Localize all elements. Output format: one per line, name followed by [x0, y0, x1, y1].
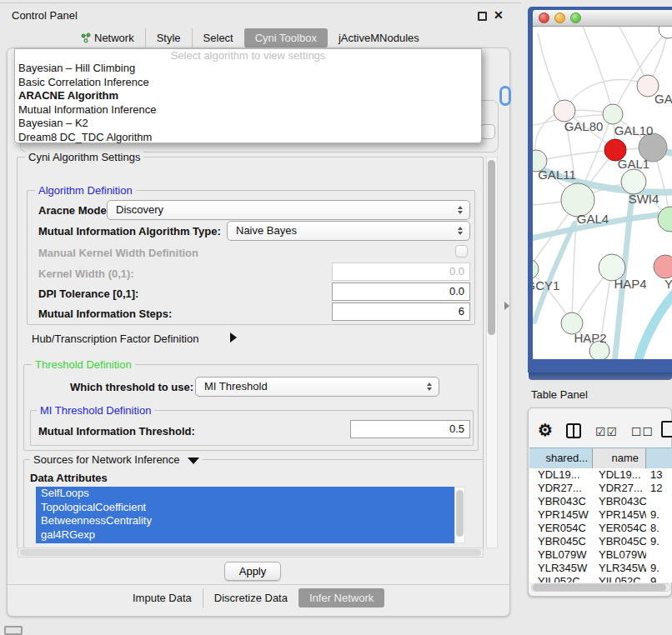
column-header-name[interactable]: name: [593, 448, 646, 468]
close-panel-icon[interactable]: ✕: [494, 8, 504, 22]
table-row[interactable]: YBL079WYBL079W: [529, 548, 672, 562]
table-cell: YDL19...: [529, 468, 593, 482]
tab-label: Style: [157, 28, 181, 48]
algorithm-option-aracne-algorithm[interactable]: ARACNE Algorithm: [15, 89, 481, 103]
mi-steps-field[interactable]: 6: [332, 302, 470, 321]
deselect-all-checks-icon[interactable]: ☐☐: [631, 425, 654, 438]
tab-network[interactable]: Network: [70, 28, 145, 48]
network-node-label: GAL: [654, 92, 672, 106]
splitter-grip-icon[interactable]: [504, 302, 509, 310]
tab-label: Cyni Toolbox: [255, 28, 317, 48]
table-hscrollbar-thumb[interactable]: [533, 584, 666, 591]
tab-jactivemnodules[interactable]: jActiveMNodules: [328, 28, 430, 48]
tab-infer-network[interactable]: Infer Network: [298, 588, 384, 608]
table-cell: 12: [646, 482, 672, 495]
table-cell: 13: [646, 468, 672, 482]
network-node[interactable]: [533, 259, 539, 279]
table-cell: YLR345W: [529, 562, 593, 575]
tab-label: Discretize Data: [214, 588, 288, 608]
tab-cyni-toolbox[interactable]: Cyni Toolbox: [244, 28, 328, 48]
mi-threshold-field[interactable]: 0.5: [350, 420, 470, 438]
algorithm-option-basic-correlation-inference[interactable]: Basic Correlation Inference: [15, 76, 481, 90]
network-tab-icon: [81, 32, 94, 43]
which-threshold-combo[interactable]: MI Threshold: [195, 377, 439, 397]
attribute-item-selfloops[interactable]: SelfLoops: [36, 487, 454, 501]
algorithm-option-mutual-information-inference[interactable]: Mutual Information Inference: [15, 103, 481, 118]
table-cell: [646, 495, 672, 508]
table-row[interactable]: YBR043CYBR043C: [529, 495, 672, 508]
float-panel-icon[interactable]: [478, 12, 487, 21]
table-cell: YLR345W: [593, 562, 646, 575]
column-header-shared-name[interactable]: shared...: [529, 448, 593, 468]
table-cell: YBL079W: [529, 548, 593, 562]
algorithm-option-bayesian-hill-climbing[interactable]: Bayesian – Hill Climbing: [15, 62, 481, 76]
select-all-checks-icon[interactable]: ☑☑: [595, 425, 618, 438]
network-node[interactable]: [658, 207, 672, 232]
expand-arrow-icon[interactable]: [230, 332, 237, 342]
table-row[interactable]: YER054CYER054C8.: [529, 522, 672, 535]
aracne-mode-value: Discovery: [116, 203, 163, 216]
network-node[interactable]: [603, 104, 623, 124]
new-table-icon[interactable]: [661, 421, 672, 438]
network-node-label: HAP2: [574, 331, 606, 345]
bottom-divider: [8, 584, 509, 585]
settings-scrollbar-thumb[interactable]: [488, 160, 495, 335]
settings-hscrollbar-thumb[interactable]: [20, 549, 481, 556]
attribute-item-topologicalcoefficient[interactable]: TopologicalCoefficient: [36, 501, 454, 515]
tab-impute-data[interactable]: Impute Data: [122, 588, 203, 608]
tab-label: Impute Data: [133, 588, 192, 608]
tab-select[interactable]: Select: [192, 28, 244, 48]
algorithm-dropdown-placeholder: Select algorithm to view settings: [15, 49, 481, 62]
table-cell: YDL19...: [593, 468, 646, 482]
table-panel-title: Table Panel: [531, 388, 588, 401]
table-cell: YDR27...: [593, 482, 646, 495]
mi-steps-label: Mutual Information Steps:: [38, 308, 172, 320]
aracne-mode-combo[interactable]: Discovery: [107, 200, 470, 220]
sources-group-title: Sources for Network Inference: [30, 453, 203, 466]
close-window-icon[interactable]: [539, 12, 549, 23]
gear-icon[interactable]: ⚙: [538, 420, 553, 440]
column-header-cut[interactable]: [646, 448, 672, 468]
mi-type-value: Naive Bayes: [236, 224, 297, 237]
network-node[interactable]: [654, 255, 672, 278]
kernel-width-field[interactable]: 0.0: [332, 262, 470, 281]
data-attributes-list[interactable]: SelfLoopsTopologicalCoefficientBetweenne…: [36, 487, 454, 543]
collapse-arrow-icon[interactable]: [188, 458, 199, 464]
obscured-focus-fragment: [499, 86, 511, 106]
cyni-algorithm-settings-title: Cyni Algorithm Settings: [25, 151, 143, 163]
which-threshold-label: Which threshold to use:: [70, 381, 193, 393]
network-node[interactable]: [621, 169, 646, 194]
table-row[interactable]: YIL052CYIL052C9: [529, 575, 672, 582]
algorithm-option-dream8-dc-tdc-algorithm[interactable]: Dream8 DC_TDC Algorithm: [15, 131, 481, 145]
tab-label: Select: [203, 28, 233, 48]
tab-style[interactable]: Style: [145, 28, 192, 48]
manual-kernel-checkbox[interactable]: [455, 245, 468, 258]
dpi-tolerance-label: DPI Tolerance [0,1]:: [38, 288, 138, 300]
table-row[interactable]: YLR345WYLR345W9.: [529, 562, 672, 575]
dpi-tolerance-field[interactable]: 0.0: [332, 282, 470, 301]
manual-kernel-label: Manual Kernel Width Definition: [38, 247, 198, 259]
columns-icon[interactable]: [566, 423, 581, 438]
tab-discretize-data[interactable]: Discretize Data: [203, 588, 298, 608]
apply-button[interactable]: Apply: [224, 562, 281, 581]
table-row[interactable]: YPR145WYPR145W9.: [529, 508, 672, 522]
algorithm-dropdown-list: Select algorithm to view settings Bayesi…: [14, 48, 482, 143]
aracne-mode-label: Aracne Mode:: [38, 204, 110, 217]
attr-list-scrollbar-thumb[interactable]: [456, 490, 464, 537]
network-canvas[interactable]: GALGAL80GAL10GAL1GAL11SWI4GAL4GCY1HAP4YH…: [533, 27, 672, 359]
control-panel-title: Control Panel: [12, 9, 78, 22]
table-row[interactable]: YDL19...YDL19...13: [529, 468, 672, 482]
mi-type-combo[interactable]: Naive Bayes: [227, 221, 470, 241]
minimize-window-icon[interactable]: [554, 12, 565, 23]
algorithm-option-bayesian-k2[interactable]: Bayesian – K2: [15, 117, 481, 131]
table-cell: [646, 548, 672, 562]
network-node[interactable]: [659, 27, 672, 38]
table-row[interactable]: YDR27...YDR27...12: [529, 482, 672, 495]
table-row[interactable]: YBR045CYBR045C9.: [529, 535, 672, 548]
network-node-label: GAL10: [614, 123, 654, 138]
table-cell: 9.: [646, 562, 672, 575]
attribute-item-gal4rgexp[interactable]: gal4RGexp: [36, 528, 454, 542]
zoom-window-icon[interactable]: [570, 12, 581, 23]
attribute-item-betweennesscentrality[interactable]: BetweennessCentrality: [36, 514, 454, 528]
dock-icon[interactable]: [4, 626, 23, 635]
